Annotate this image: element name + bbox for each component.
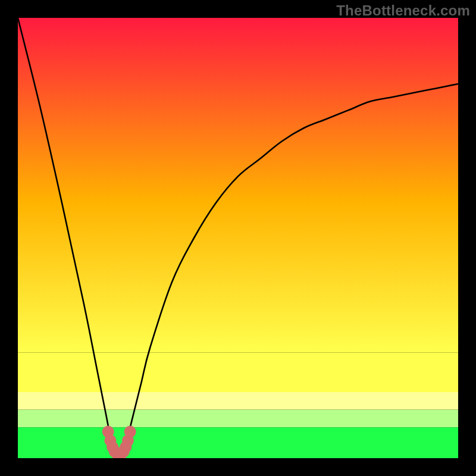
background-band-2 [18,392,458,410]
plot-area [18,18,458,458]
background-bands [18,18,458,458]
background-band-3 [18,410,458,428]
background-band-1 [18,352,458,392]
chart-svg [18,18,458,458]
watermark-text: TheBottleneck.com [336,2,470,19]
background-band-4 [18,427,458,458]
chart-frame: TheBottleneck.com [0,0,476,476]
valley-marker-dot [124,426,136,438]
